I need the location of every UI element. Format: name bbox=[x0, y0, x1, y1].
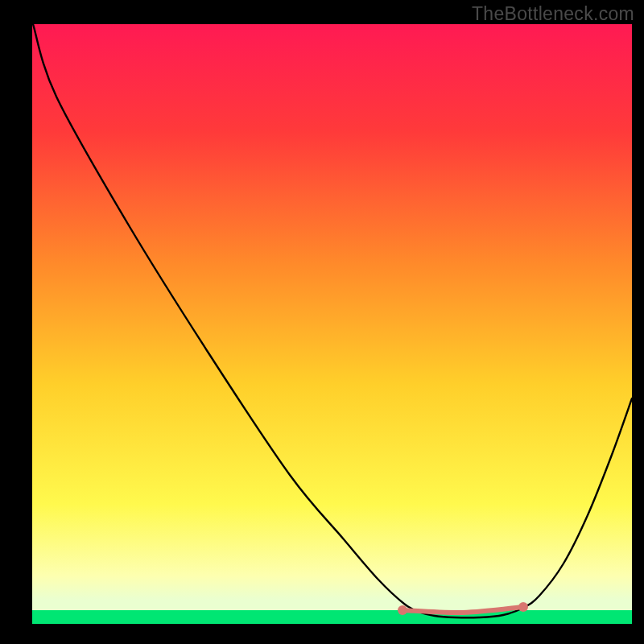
watermark-text: TheBottleneck.com bbox=[472, 3, 634, 25]
chart-frame: TheBottleneck.com bbox=[0, 0, 644, 644]
bottleneck-chart bbox=[0, 0, 644, 644]
plot-background bbox=[32, 24, 632, 624]
optimal-range-dot-left bbox=[398, 605, 407, 615]
optimal-range-dot-right bbox=[518, 602, 528, 612]
green-band bbox=[32, 610, 632, 624]
